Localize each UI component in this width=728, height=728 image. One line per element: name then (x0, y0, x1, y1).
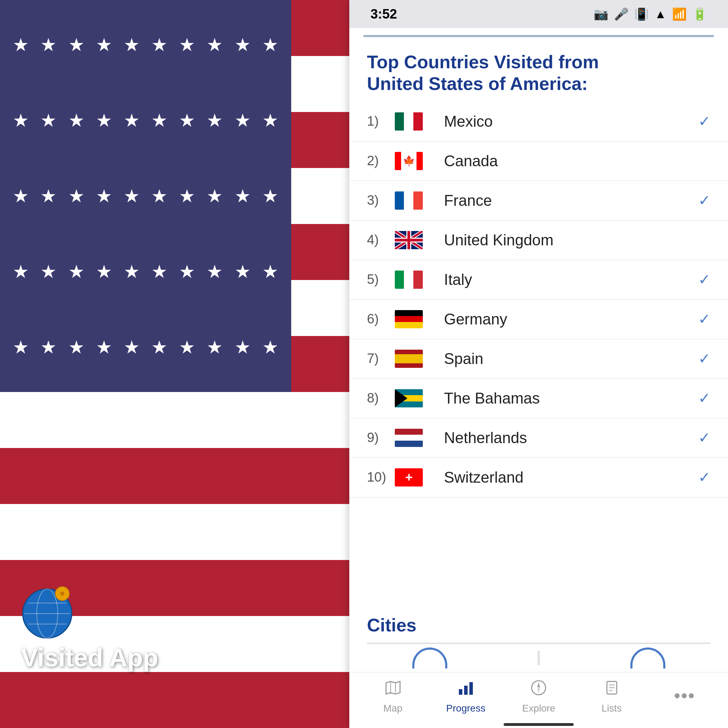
flag-france (395, 191, 423, 210)
nav-label-map: Map (383, 703, 402, 714)
star: ★ (7, 111, 35, 130)
country-name-canada: Canada (444, 152, 711, 170)
country-name-france: France (444, 192, 695, 209)
check-italy: ✓ (698, 271, 711, 288)
nav-label-lists: Lists (602, 703, 622, 714)
status-time: 3:52 (370, 7, 397, 22)
country-name-switzerland: Switzerland (444, 469, 695, 486)
flag-spain (395, 350, 423, 368)
rank-10: 10) (367, 470, 395, 485)
star: ★ (145, 187, 173, 205)
star: ★ (229, 263, 257, 281)
country-item-netherlands[interactable]: 9) Netherlands ✓ (349, 418, 728, 458)
star: ★ (90, 111, 118, 130)
nav-item-more[interactable]: ••• (648, 685, 721, 709)
circle-divider (538, 651, 540, 665)
svg-rect-15 (459, 689, 462, 695)
mic-status-icon: 🎤 (614, 7, 629, 21)
rank-5: 5) (367, 272, 395, 287)
nav-item-map[interactable]: Map (356, 679, 429, 714)
country-name-italy: Italy (444, 271, 695, 288)
nav-item-progress[interactable]: Progress (430, 679, 502, 714)
nav-item-explore[interactable]: Explore (502, 679, 575, 714)
country-item-germany[interactable]: 6) Germany ✓ (349, 300, 728, 339)
star: ★ (201, 111, 229, 130)
country-list: 1) Mexico ✓ 2) 🍁 Canada 3) France ✓ (349, 102, 728, 604)
country-item-canada[interactable]: 2) 🍁 Canada (349, 141, 728, 181)
star: ★ (118, 111, 145, 130)
country-name-germany: Germany (444, 310, 695, 328)
svg-marker-20 (537, 688, 540, 693)
section-title-text: Top Countries Visited from United States… (367, 52, 599, 94)
app-name: Visited App (21, 643, 158, 672)
stripe (0, 504, 401, 560)
rank-8: 8) (367, 391, 395, 406)
status-bar: 3:52 📷 🎤 📳 ▲ 📶 🔋 (349, 0, 728, 28)
star: ★ (201, 338, 229, 356)
star: ★ (118, 187, 145, 205)
bottom-nav: Map Progress Explore (349, 672, 728, 721)
country-item-switzerland[interactable]: 10) Switzerland ✓ (349, 458, 728, 497)
country-item-mexico[interactable]: 1) Mexico ✓ (349, 102, 728, 141)
map-icon (385, 679, 401, 700)
star: ★ (201, 187, 229, 205)
star: ★ (145, 263, 173, 281)
cities-title: Cities (349, 604, 728, 642)
star: ★ (62, 187, 90, 205)
star: ★ (145, 338, 173, 356)
star: ★ (257, 36, 284, 54)
svg-point-6 (60, 592, 64, 596)
star: ★ (257, 263, 284, 281)
flag-switzerland (395, 468, 423, 486)
battery-icon: 🔋 (692, 7, 707, 21)
signal-icon: 📶 (672, 7, 687, 21)
star: ★ (62, 111, 90, 130)
star: ★ (62, 36, 90, 54)
star: ★ (257, 338, 284, 356)
country-item-spain[interactable]: 7) Spain ✓ (349, 339, 728, 379)
country-item-uk[interactable]: 4) United Kingdom (349, 220, 728, 260)
star: ★ (118, 263, 145, 281)
flag-netherlands (395, 429, 423, 447)
star: ★ (257, 111, 284, 130)
star: ★ (201, 263, 229, 281)
star: ★ (173, 187, 201, 205)
star: ★ (7, 187, 35, 205)
country-name-uk: United Kingdom (444, 231, 711, 249)
country-item-bahamas[interactable]: 8) The Bahamas ✓ (349, 379, 728, 418)
star: ★ (173, 36, 201, 54)
rank-3: 3) (367, 193, 395, 208)
country-name-spain: Spain (444, 350, 695, 367)
star: ★ (90, 187, 118, 205)
star: ★ (257, 187, 284, 205)
content-area: Top Countries Visited from United States… (349, 28, 728, 672)
voicemail-status-icon: 📳 (634, 7, 649, 21)
star: ★ (35, 338, 62, 356)
stripe (0, 448, 401, 504)
star: ★ (7, 338, 35, 356)
rank-7: 7) (367, 351, 395, 366)
country-item-france[interactable]: 3) France ✓ (349, 181, 728, 220)
star: ★ (35, 187, 62, 205)
compass-icon (530, 679, 547, 700)
nav-label-progress: Progress (446, 703, 485, 714)
status-icons: 📷 🎤 📳 ▲ 📶 🔋 (593, 7, 707, 21)
star: ★ (90, 36, 118, 54)
rank-4: 4) (367, 232, 395, 248)
check-france: ✓ (698, 192, 711, 209)
star: ★ (118, 338, 145, 356)
partial-circles (349, 644, 728, 672)
flag-italy (395, 271, 423, 289)
partial-circle-1 (412, 647, 447, 668)
flag-bahamas (395, 389, 423, 407)
star: ★ (35, 111, 62, 130)
stripe (0, 392, 401, 448)
country-name-netherlands: Netherlands (444, 429, 695, 447)
nav-item-lists[interactable]: Lists (575, 679, 648, 714)
star: ★ (229, 111, 257, 130)
star: ★ (173, 111, 201, 130)
flag-mexico (395, 112, 423, 130)
check-mexico: ✓ (698, 113, 711, 130)
country-item-italy[interactable]: 5) Italy ✓ (349, 260, 728, 300)
svg-rect-17 (470, 682, 473, 695)
